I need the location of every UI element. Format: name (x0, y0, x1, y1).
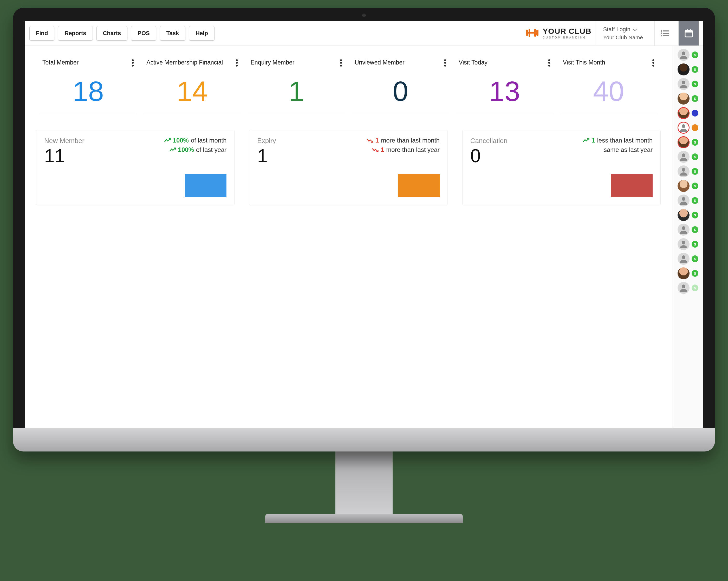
trend-line: 1 more than last year (372, 146, 440, 153)
status-dot: $ (692, 139, 698, 146)
topbar-menu: FindReportsChartsPOSTaskHelp (29, 26, 214, 41)
calendar-view-button[interactable] (678, 21, 699, 46)
svg-text:$: $ (694, 82, 696, 86)
brand-name: YOUR CLUB (543, 27, 591, 35)
status-dot: $ (692, 153, 698, 160)
svg-text:$: $ (694, 257, 696, 261)
svg-point-38 (682, 284, 685, 288)
status-dot: $ (692, 212, 698, 219)
status-dot: $ (692, 270, 698, 277)
status-dot (692, 124, 698, 131)
rail-item[interactable]: $ (675, 180, 701, 192)
kebab-menu-icon[interactable] (652, 59, 654, 67)
status-dot: $ (692, 66, 698, 73)
svg-rect-2 (537, 30, 539, 35)
mini-chart (185, 174, 227, 197)
stat-tile: Visit This Month 40 (560, 56, 657, 114)
kebab-menu-icon[interactable] (548, 59, 550, 67)
rail-item[interactable]: $ (675, 209, 701, 221)
rail-item[interactable]: $ (675, 238, 701, 250)
workspace: Total Member 18 Active Membership Financ… (25, 46, 703, 428)
list-view-button[interactable] (654, 21, 675, 46)
status-dot: $ (692, 241, 698, 248)
svg-rect-4 (534, 29, 536, 37)
stat-label: Total Member (43, 59, 81, 66)
menu-reports[interactable]: Reports (58, 26, 93, 41)
card-title: Expiry (257, 137, 276, 145)
monitor-mockup: FindReportsChartsPOSTaskHelp YOUR CL (13, 8, 715, 523)
avatar (678, 195, 690, 206)
card-row: New Member 11 100% of last month 100% of… (36, 130, 661, 205)
kebab-menu-icon[interactable] (444, 59, 446, 67)
rail-item[interactable]: $ (675, 151, 701, 163)
rail-item[interactable]: $ (675, 64, 701, 75)
status-dot: $ (692, 51, 698, 58)
avatar (678, 49, 690, 61)
stat-label: Active Membership Financial (147, 59, 225, 66)
kebab-menu-icon[interactable] (132, 59, 134, 67)
avatar (678, 166, 690, 177)
svg-text:$: $ (694, 155, 696, 159)
stat-value: 1 (251, 75, 342, 107)
rail-item[interactable]: $ (675, 224, 701, 236)
rail-item[interactable]: $ (675, 166, 701, 177)
rail-item[interactable]: $ (675, 93, 701, 105)
barbell-icon (525, 27, 539, 39)
menu-help[interactable]: Help (189, 26, 214, 41)
chevron-down-icon (633, 26, 637, 33)
svg-point-33 (682, 241, 685, 245)
stat-tile: Total Member 18 (39, 56, 137, 114)
avatar (678, 64, 690, 75)
svg-point-31 (682, 226, 685, 230)
menu-pos[interactable]: POS (131, 26, 156, 41)
rail-item[interactable]: $ (675, 49, 701, 61)
avatar (678, 209, 690, 221)
avatar (678, 282, 690, 294)
svg-text:$: $ (694, 184, 696, 188)
status-dot: $ (692, 168, 698, 175)
trend-line: 100% of last year (169, 146, 227, 153)
stat-value: 18 (43, 75, 134, 107)
stat-label: Visit This Month (563, 59, 607, 66)
rail-item[interactable] (675, 122, 701, 134)
svg-text:$: $ (694, 170, 696, 174)
monitor-stand-neck (335, 452, 393, 514)
kebab-menu-icon[interactable] (340, 59, 342, 67)
stat-tile: Enquiry Member 1 (248, 56, 345, 114)
rail-item[interactable]: $ (675, 195, 701, 206)
rail-item[interactable]: $ (675, 253, 701, 265)
avatar (678, 253, 690, 265)
stat-tile: Visit Today 13 (456, 56, 553, 114)
svg-text:$: $ (694, 213, 696, 217)
svg-point-23 (682, 153, 685, 157)
rail-item[interactable] (675, 107, 701, 119)
svg-point-9 (661, 35, 662, 36)
rail-item[interactable]: $ (675, 78, 701, 90)
svg-rect-8 (663, 33, 669, 34)
rail-item[interactable]: $ (675, 136, 701, 148)
svg-rect-10 (663, 35, 669, 36)
trend-lines: 100% of last month 100% of last year (164, 137, 227, 165)
rail-item[interactable]: $ (675, 267, 701, 279)
status-dot: $ (692, 81, 698, 87)
avatar (678, 107, 690, 119)
stat-tile: Active Membership Financial 14 (143, 56, 241, 114)
member-rail: $$$$$$$$$$$$$$$ (672, 46, 703, 428)
status-dot: $ (692, 95, 698, 102)
metric-card: Expiry 1 1 more than last month 1 more t… (249, 130, 447, 205)
card-title: Cancellation (470, 137, 508, 145)
mini-chart (398, 174, 440, 197)
monitor-frame: FindReportsChartsPOSTaskHelp YOUR CL (13, 8, 715, 452)
trend-lines: 1 more than last month 1 more than last … (367, 137, 440, 165)
kebab-menu-icon[interactable] (236, 59, 238, 67)
menu-find[interactable]: Find (29, 26, 54, 41)
rail-item[interactable]: $ (675, 282, 701, 294)
trend-line: 1 more than last month (367, 137, 440, 144)
staff-login-dropdown[interactable]: Staff Login (603, 26, 637, 33)
list-icon (660, 30, 669, 37)
menu-task[interactable]: Task (160, 26, 186, 41)
svg-text:$: $ (694, 199, 696, 203)
menu-charts[interactable]: Charts (97, 26, 128, 41)
status-dot: $ (692, 182, 698, 190)
staff-login-label: Staff Login (603, 26, 630, 33)
